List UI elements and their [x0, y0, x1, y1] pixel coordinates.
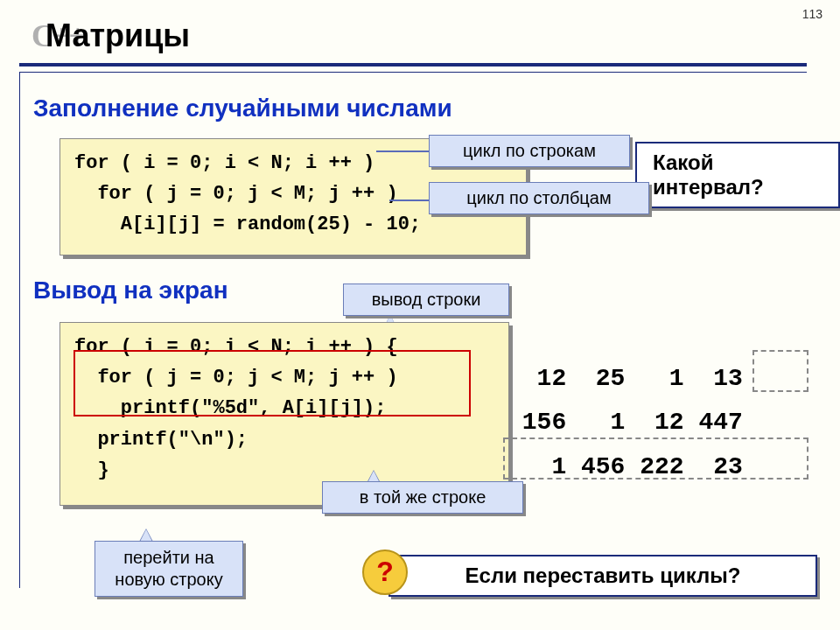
question-interval: Какой интервал? — [635, 142, 840, 208]
callout-rows-loop: цикл по строкам — [429, 135, 630, 167]
divider-vertical — [19, 72, 20, 588]
slide-title: Матрицы — [46, 18, 190, 54]
section1-heading: Заполнение случайными числами — [33, 94, 452, 122]
output-sample: 12 25 1 13 156 1 12 447 1 456 222 23 — [508, 357, 743, 489]
dashed-highlight-1 — [752, 350, 808, 392]
callout-line-output: вывод строки — [343, 284, 509, 316]
question-swap-loops: Если переставить циклы? — [388, 555, 817, 597]
divider-thick — [19, 63, 807, 66]
callout-new-line: перейти на новую строку — [94, 541, 243, 597]
connector-rows — [376, 150, 429, 152]
callout-cols-loop: цикл по столбцам — [429, 182, 649, 214]
slide-root: 113 C++ Матрицы Заполнение случайными чи… — [0, 0, 840, 630]
section2-heading: Вывод на экран — [33, 276, 228, 304]
page-number: 113 — [802, 7, 822, 21]
question-mark-icon: ? — [362, 550, 408, 595]
connector-cols — [389, 200, 430, 201]
highlight-inner-loop — [74, 350, 471, 416]
callout-same-line: в той же строке — [322, 481, 523, 514]
divider-thin — [19, 72, 807, 73]
